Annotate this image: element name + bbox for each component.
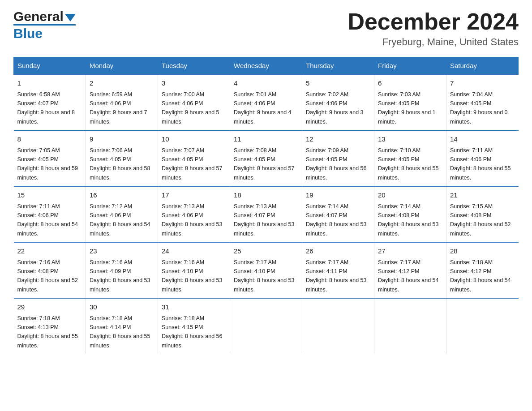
day-header-friday: Friday bbox=[374, 57, 446, 75]
day-info: Sunrise: 7:14 AMSunset: 4:07 PMDaylight:… bbox=[306, 203, 367, 237]
day-info: Sunrise: 7:09 AMSunset: 4:05 PMDaylight:… bbox=[306, 147, 367, 181]
day-number: 22 bbox=[17, 246, 82, 257]
day-number: 21 bbox=[450, 190, 515, 201]
day-number: 25 bbox=[234, 246, 298, 257]
day-info: Sunrise: 7:11 AMSunset: 4:06 PMDaylight:… bbox=[450, 147, 511, 181]
day-info: Sunrise: 7:16 AMSunset: 4:09 PMDaylight:… bbox=[90, 259, 150, 293]
day-info: Sunrise: 7:18 AMSunset: 4:15 PMDaylight:… bbox=[162, 315, 223, 349]
day-info: Sunrise: 7:07 AMSunset: 4:05 PMDaylight:… bbox=[162, 147, 223, 181]
logo-blue-text: Blue bbox=[13, 26, 43, 41]
day-number: 30 bbox=[90, 302, 154, 313]
day-info: Sunrise: 7:17 AMSunset: 4:12 PMDaylight:… bbox=[378, 259, 439, 293]
day-number: 4 bbox=[234, 78, 298, 89]
day-info: Sunrise: 7:04 AMSunset: 4:05 PMDaylight:… bbox=[450, 91, 508, 125]
day-info: Sunrise: 7:02 AMSunset: 4:06 PMDaylight:… bbox=[306, 91, 364, 125]
calendar-cell: 10Sunrise: 7:07 AMSunset: 4:05 PMDayligh… bbox=[158, 130, 230, 186]
calendar-week-row: 8Sunrise: 7:05 AMSunset: 4:05 PMDaylight… bbox=[14, 130, 519, 186]
calendar-cell: 26Sunrise: 7:17 AMSunset: 4:11 PMDayligh… bbox=[302, 242, 374, 298]
day-number: 10 bbox=[162, 134, 226, 145]
calendar-cell bbox=[446, 298, 519, 354]
calendar-cell: 11Sunrise: 7:08 AMSunset: 4:05 PMDayligh… bbox=[230, 130, 302, 186]
day-info: Sunrise: 7:18 AMSunset: 4:14 PMDaylight:… bbox=[90, 315, 150, 349]
day-info: Sunrise: 7:06 AMSunset: 4:05 PMDaylight:… bbox=[90, 147, 150, 181]
day-number: 17 bbox=[162, 190, 226, 201]
day-number: 29 bbox=[17, 302, 82, 313]
calendar-cell: 2Sunrise: 6:59 AMSunset: 4:06 PMDaylight… bbox=[86, 74, 158, 130]
calendar-cell: 12Sunrise: 7:09 AMSunset: 4:05 PMDayligh… bbox=[302, 130, 374, 186]
day-info: Sunrise: 7:16 AMSunset: 4:10 PMDaylight:… bbox=[162, 259, 223, 293]
calendar-cell: 3Sunrise: 7:00 AMSunset: 4:06 PMDaylight… bbox=[158, 74, 230, 130]
day-number: 19 bbox=[306, 190, 370, 201]
calendar-week-row: 1Sunrise: 6:58 AMSunset: 4:07 PMDaylight… bbox=[14, 74, 519, 130]
calendar-cell: 24Sunrise: 7:16 AMSunset: 4:10 PMDayligh… bbox=[158, 242, 230, 298]
calendar-cell: 29Sunrise: 7:18 AMSunset: 4:13 PMDayligh… bbox=[14, 298, 86, 354]
calendar-cell: 20Sunrise: 7:14 AMSunset: 4:08 PMDayligh… bbox=[374, 186, 446, 242]
calendar-week-row: 22Sunrise: 7:16 AMSunset: 4:08 PMDayligh… bbox=[14, 242, 519, 298]
day-info: Sunrise: 7:11 AMSunset: 4:06 PMDaylight:… bbox=[17, 203, 78, 237]
day-number: 18 bbox=[234, 190, 298, 201]
day-number: 16 bbox=[90, 190, 154, 201]
calendar-week-row: 29Sunrise: 7:18 AMSunset: 4:13 PMDayligh… bbox=[14, 298, 519, 354]
day-info: Sunrise: 7:01 AMSunset: 4:06 PMDaylight:… bbox=[234, 91, 292, 125]
day-info: Sunrise: 7:13 AMSunset: 4:06 PMDaylight:… bbox=[162, 203, 223, 237]
calendar-cell: 1Sunrise: 6:58 AMSunset: 4:07 PMDaylight… bbox=[14, 74, 86, 130]
day-info: Sunrise: 7:18 AMSunset: 4:13 PMDaylight:… bbox=[17, 315, 78, 349]
calendar-cell: 21Sunrise: 7:15 AMSunset: 4:08 PMDayligh… bbox=[446, 186, 519, 242]
day-number: 5 bbox=[306, 78, 370, 89]
day-number: 1 bbox=[17, 78, 82, 89]
day-info: Sunrise: 7:15 AMSunset: 4:08 PMDaylight:… bbox=[450, 203, 511, 237]
day-header-tuesday: Tuesday bbox=[158, 57, 230, 75]
day-number: 7 bbox=[450, 78, 515, 89]
calendar-cell: 23Sunrise: 7:16 AMSunset: 4:09 PMDayligh… bbox=[86, 242, 158, 298]
main-title: December 2024 bbox=[348, 9, 519, 34]
calendar-cell: 27Sunrise: 7:17 AMSunset: 4:12 PMDayligh… bbox=[374, 242, 446, 298]
calendar-cell: 14Sunrise: 7:11 AMSunset: 4:06 PMDayligh… bbox=[446, 130, 519, 186]
day-number: 8 bbox=[17, 134, 82, 145]
day-info: Sunrise: 7:08 AMSunset: 4:05 PMDaylight:… bbox=[234, 147, 295, 181]
calendar-cell: 28Sunrise: 7:18 AMSunset: 4:12 PMDayligh… bbox=[446, 242, 519, 298]
calendar-cell: 7Sunrise: 7:04 AMSunset: 4:05 PMDaylight… bbox=[446, 74, 519, 130]
calendar-cell: 4Sunrise: 7:01 AMSunset: 4:06 PMDaylight… bbox=[230, 74, 302, 130]
calendar-cell: 5Sunrise: 7:02 AMSunset: 4:06 PMDaylight… bbox=[302, 74, 374, 130]
logo-general-text: General bbox=[13, 9, 64, 24]
day-info: Sunrise: 7:16 AMSunset: 4:08 PMDaylight:… bbox=[17, 259, 78, 293]
day-number: 9 bbox=[90, 134, 154, 145]
calendar-cell: 9Sunrise: 7:06 AMSunset: 4:05 PMDaylight… bbox=[86, 130, 158, 186]
day-info: Sunrise: 7:17 AMSunset: 4:10 PMDaylight:… bbox=[234, 259, 295, 293]
day-info: Sunrise: 7:10 AMSunset: 4:05 PMDaylight:… bbox=[378, 147, 439, 181]
day-info: Sunrise: 7:03 AMSunset: 4:05 PMDaylight:… bbox=[378, 91, 436, 125]
day-number: 11 bbox=[234, 134, 298, 145]
day-number: 23 bbox=[90, 246, 154, 257]
calendar-cell: 31Sunrise: 7:18 AMSunset: 4:15 PMDayligh… bbox=[158, 298, 230, 354]
page-header: General Blue December 2024 Fryeburg, Mai… bbox=[13, 9, 519, 48]
calendar-cell bbox=[302, 298, 374, 354]
day-number: 14 bbox=[450, 134, 515, 145]
calendar-cell: 13Sunrise: 7:10 AMSunset: 4:05 PMDayligh… bbox=[374, 130, 446, 186]
day-number: 13 bbox=[378, 134, 442, 145]
day-number: 20 bbox=[378, 190, 442, 201]
day-info: Sunrise: 7:05 AMSunset: 4:05 PMDaylight:… bbox=[17, 147, 78, 181]
day-info: Sunrise: 7:14 AMSunset: 4:08 PMDaylight:… bbox=[378, 203, 439, 237]
day-info: Sunrise: 6:58 AMSunset: 4:07 PMDaylight:… bbox=[17, 91, 75, 125]
day-number: 15 bbox=[17, 190, 82, 201]
calendar-cell: 15Sunrise: 7:11 AMSunset: 4:06 PMDayligh… bbox=[14, 186, 86, 242]
logo: General Blue bbox=[13, 9, 76, 41]
calendar-week-row: 15Sunrise: 7:11 AMSunset: 4:06 PMDayligh… bbox=[14, 186, 519, 242]
calendar-cell: 22Sunrise: 7:16 AMSunset: 4:08 PMDayligh… bbox=[14, 242, 86, 298]
day-number: 3 bbox=[162, 78, 226, 89]
day-info: Sunrise: 7:00 AMSunset: 4:06 PMDaylight:… bbox=[162, 91, 219, 125]
calendar-cell: 17Sunrise: 7:13 AMSunset: 4:06 PMDayligh… bbox=[158, 186, 230, 242]
day-number: 31 bbox=[162, 302, 226, 313]
calendar-cell: 6Sunrise: 7:03 AMSunset: 4:05 PMDaylight… bbox=[374, 74, 446, 130]
calendar-cell: 18Sunrise: 7:13 AMSunset: 4:07 PMDayligh… bbox=[230, 186, 302, 242]
day-header-thursday: Thursday bbox=[302, 57, 374, 75]
day-header-sunday: Sunday bbox=[14, 57, 86, 75]
day-number: 12 bbox=[306, 134, 370, 145]
title-area: December 2024 Fryeburg, Maine, United St… bbox=[348, 9, 519, 48]
calendar-header-row: SundayMondayTuesdayWednesdayThursdayFrid… bbox=[14, 57, 519, 75]
day-header-wednesday: Wednesday bbox=[230, 57, 302, 75]
calendar-cell bbox=[230, 298, 302, 354]
day-number: 24 bbox=[162, 246, 226, 257]
day-header-saturday: Saturday bbox=[446, 57, 519, 75]
day-number: 28 bbox=[450, 246, 515, 257]
